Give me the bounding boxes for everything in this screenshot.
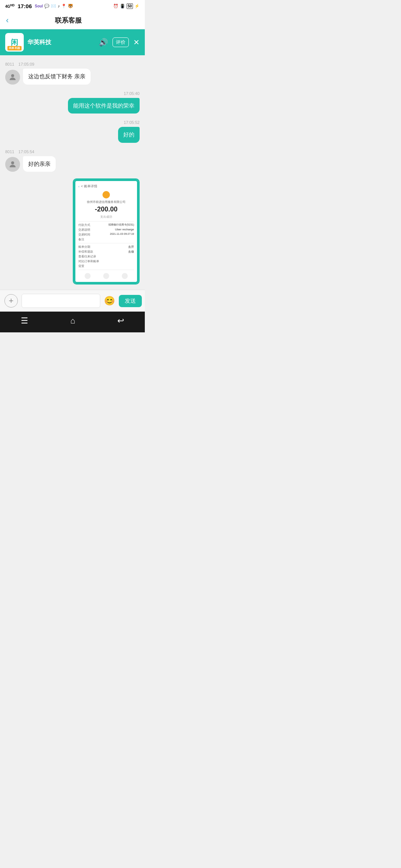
tiktok-icon: ♪: [58, 4, 60, 8]
screenshot-amount: -200.00: [78, 206, 134, 213]
status-time: 17:06: [17, 3, 32, 9]
msg-sender-4: 8011: [5, 149, 14, 154]
evaluate-button[interactable]: 评价: [113, 37, 129, 47]
screenshot-inner: ‹ < 账单详情 徐州市前进信用服务有限公司 -200.00 支出成功 付款方式…: [74, 180, 138, 283]
message-row-3: 好的: [5, 127, 140, 143]
message-row-2: 能用这个软件是我的荣幸: [5, 98, 140, 114]
ss-icon-2: [103, 273, 109, 279]
msg-time-4: 8011 17:05:54: [5, 149, 140, 154]
close-button[interactable]: ✕: [133, 38, 140, 47]
bubble-4: 好的亲亲: [23, 156, 56, 172]
msg-timestamp-2: 17:05:40: [124, 91, 140, 96]
message-row-1: 这边也反馈下财务 亲亲: [5, 69, 140, 85]
top-nav: ‹ 联系客服: [0, 12, 145, 29]
screenshot-bubble[interactable]: ‹ < 账单详情 徐州市前进信用服务有限公司 -200.00 支出成功 付款方式…: [73, 178, 140, 285]
message-icon: 💬: [44, 4, 49, 9]
screenshot-row-0: 付款方式 招商银行信用卡(5231): [78, 223, 134, 227]
screenshot-extra-4: 背景: [78, 264, 134, 268]
person-icon-1: [8, 73, 17, 82]
screenshot-extra-2: 查看往来记录: [78, 254, 134, 259]
mail-icon: ✉️: [51, 4, 56, 9]
screenshot-row-2: 交易时间 2021-11-03 09:27:19: [78, 233, 134, 237]
tiger-icon: 🐯: [68, 4, 73, 9]
messages-area: 8011 17:05:09 这边也反馈下财务 亲亲 17:05:40 能用这个软…: [0, 55, 145, 290]
msg-timestamp-3: 17:05:52: [124, 120, 140, 125]
screenshot-row-1: 交易说明 Uber recharge: [78, 228, 134, 232]
screenshot-extra-3: 对比订单和账单: [78, 259, 134, 263]
msg-time-3: 17:05:52: [5, 120, 140, 125]
status-bar: 4GHD 17:06 Soul 💬 ✉️ ♪ 📍 🐯 ⏰ 📳 50 ⚡: [0, 0, 145, 12]
chat-header-actions: 🔊 评价 ✕: [99, 37, 140, 47]
fake-screenshot: ‹ < 账单详情 徐州市前进信用服务有限公司 -200.00 支出成功 付款方式…: [75, 181, 137, 282]
add-button[interactable]: +: [4, 294, 18, 308]
msg-time-2: 17:05:40: [5, 91, 140, 96]
send-button[interactable]: 发送: [119, 295, 142, 307]
status-right: ⏰ 📳 50 ⚡: [113, 3, 140, 9]
chat-header: 闲 闲单·利器 华英科技 🔊 评价 ✕: [0, 29, 145, 55]
battery-indicator: 50: [127, 3, 133, 9]
screenshot-header: ‹ < 账单详情: [78, 184, 134, 189]
chat-partner-name: 华英科技: [27, 39, 95, 46]
bottom-menu-button[interactable]: ☰: [21, 316, 28, 326]
bottom-home-button[interactable]: ⌂: [70, 316, 75, 326]
message-row-4: 好的亲亲: [5, 156, 140, 172]
msg-sender-1: 8011: [5, 62, 14, 66]
ss-icon-1: [85, 273, 91, 279]
person-icon-4: [8, 160, 17, 169]
bubble-3: 好的: [118, 127, 140, 143]
screenshot-back-label: ‹: [78, 185, 79, 188]
screenshot-company: 徐州市前进信用服务有限公司: [78, 200, 134, 204]
logo-tag: 闲单·利器: [7, 46, 22, 50]
screenshot-title: < 账单详情: [81, 184, 97, 189]
status-left: 4GHD 17:06 Soul 💬 ✉️ ♪ 📍 🐯: [5, 3, 73, 9]
page-title: 联系客服: [55, 16, 82, 25]
input-area: + 😊 发送: [0, 290, 145, 312]
msg-timestamp-1: 17:05:09: [19, 62, 35, 66]
screenshot-extra-0: 账单分期 去开: [78, 245, 134, 249]
svg-point-1: [11, 161, 14, 164]
screenshot-row-3: 备注: [78, 237, 134, 241]
location-icon: 📍: [61, 4, 66, 9]
screenshot-circle: [102, 191, 110, 198]
svg-point-0: [11, 74, 14, 77]
chat-logo: 闲 闲单·利器: [5, 33, 24, 52]
message-input[interactable]: [22, 294, 100, 308]
screenshot-bottom-icons: [78, 272, 134, 279]
bubble-2: 能用这个软件是我的荣幸: [68, 98, 140, 114]
ss-icon-3: [122, 273, 128, 279]
vibrate-icon: 📳: [120, 4, 125, 9]
bottom-nav: ☰ ⌂ ↩: [0, 312, 145, 332]
msg-timestamp-4: 17:05:54: [19, 149, 35, 154]
bottom-back-button[interactable]: ↩: [117, 316, 124, 326]
avatar-4: [5, 157, 20, 172]
message-row-5[interactable]: ‹ < 账单详情 徐州市前进信用服务有限公司 -200.00 支出成功 付款方式…: [5, 178, 140, 285]
soul-icon: Soul: [35, 4, 43, 8]
lightning-icon: ⚡: [134, 4, 140, 9]
back-button[interactable]: ‹: [6, 16, 9, 25]
screenshot-extra-1: 补偿和退款 去做: [78, 250, 134, 254]
signal-icon: 4GHD: [5, 3, 14, 9]
avatar-1: [5, 70, 20, 85]
bubble-1: 这边也反馈下财务 亲亲: [23, 69, 91, 85]
sound-button[interactable]: 🔊: [99, 38, 108, 47]
emoji-button[interactable]: 😊: [104, 296, 115, 306]
msg-time-1: 8011 17:05:09: [5, 62, 140, 66]
screenshot-amount-label: 支出成功: [78, 215, 134, 219]
alarm-icon: ⏰: [113, 4, 118, 9]
